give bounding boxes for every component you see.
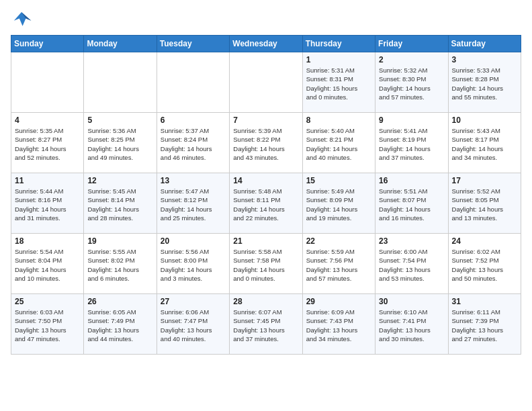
day-number: 2 <box>379 55 444 64</box>
calendar-cell: 4Sunrise: 5:35 AM Sunset: 8:27 PM Daylig… <box>11 113 84 173</box>
day-number: 14 <box>233 176 298 185</box>
calendar-cell: 2Sunrise: 5:32 AM Sunset: 8:30 PM Daylig… <box>375 52 448 113</box>
day-number: 24 <box>452 236 517 246</box>
calendar-table: SundayMondayTuesdayWednesdayThursdayFrid… <box>11 35 521 355</box>
calendar-cell: 12Sunrise: 5:45 AM Sunset: 8:14 PM Dayli… <box>84 173 157 234</box>
calendar-cell: 16Sunrise: 5:51 AM Sunset: 8:07 PM Dayli… <box>375 173 448 234</box>
day-info: Sunrise: 5:48 AM Sunset: 8:11 PM Dayligh… <box>233 187 298 222</box>
day-info: Sunrise: 5:40 AM Sunset: 8:21 PM Dayligh… <box>306 126 371 162</box>
day-number: 12 <box>87 176 152 185</box>
day-number: 13 <box>161 176 226 185</box>
day-info: Sunrise: 5:39 AM Sunset: 8:22 PM Dayligh… <box>233 126 298 162</box>
calendar-cell <box>11 52 84 113</box>
calendar-cell: 10Sunrise: 5:43 AM Sunset: 8:17 PM Dayli… <box>448 113 521 173</box>
calendar-cell: 31Sunrise: 6:11 AM Sunset: 7:39 PM Dayli… <box>448 294 521 355</box>
calendar-cell: 29Sunrise: 6:09 AM Sunset: 7:43 PM Dayli… <box>302 294 375 355</box>
calendar-cell: 28Sunrise: 6:07 AM Sunset: 7:45 PM Dayli… <box>230 294 302 355</box>
day-number: 11 <box>15 176 80 185</box>
day-info: Sunrise: 6:05 AM Sunset: 7:49 PM Dayligh… <box>87 308 152 343</box>
day-info: Sunrise: 5:59 AM Sunset: 7:56 PM Dayligh… <box>306 247 371 283</box>
day-number: 8 <box>306 116 371 125</box>
day-number: 18 <box>15 236 80 246</box>
calendar-cell: 7Sunrise: 5:39 AM Sunset: 8:22 PM Daylig… <box>230 113 302 173</box>
calendar-cell: 21Sunrise: 5:58 AM Sunset: 7:58 PM Dayli… <box>230 234 302 294</box>
calendar-cell <box>230 52 302 113</box>
day-info: Sunrise: 6:03 AM Sunset: 7:50 PM Dayligh… <box>15 308 80 343</box>
weekday-header-wednesday: Wednesday <box>230 36 302 52</box>
day-info: Sunrise: 5:56 AM Sunset: 8:00 PM Dayligh… <box>161 247 226 283</box>
logo-icon <box>11 11 32 30</box>
calendar-cell: 11Sunrise: 5:44 AM Sunset: 8:16 PM Dayli… <box>11 173 84 234</box>
calendar-cell: 30Sunrise: 6:10 AM Sunset: 7:41 PM Dayli… <box>375 294 448 355</box>
day-number: 28 <box>233 297 298 306</box>
page-header <box>11 11 521 30</box>
day-info: Sunrise: 5:41 AM Sunset: 8:19 PM Dayligh… <box>379 126 444 162</box>
day-number: 19 <box>87 236 152 246</box>
day-info: Sunrise: 5:47 AM Sunset: 8:12 PM Dayligh… <box>161 187 226 222</box>
calendar-cell: 1Sunrise: 5:31 AM Sunset: 8:31 PM Daylig… <box>302 52 375 113</box>
day-number: 1 <box>306 55 371 64</box>
day-info: Sunrise: 6:07 AM Sunset: 7:45 PM Dayligh… <box>233 308 298 343</box>
weekday-header-thursday: Thursday <box>302 36 375 52</box>
day-info: Sunrise: 5:43 AM Sunset: 8:17 PM Dayligh… <box>452 126 517 162</box>
calendar-cell: 20Sunrise: 5:56 AM Sunset: 8:00 PM Dayli… <box>157 234 229 294</box>
day-number: 16 <box>379 176 444 185</box>
day-info: Sunrise: 5:45 AM Sunset: 8:14 PM Dayligh… <box>87 187 152 222</box>
day-info: Sunrise: 5:58 AM Sunset: 7:58 PM Dayligh… <box>233 247 298 283</box>
day-number: 10 <box>452 116 517 125</box>
day-number: 9 <box>379 116 444 125</box>
calendar-cell <box>157 52 229 113</box>
day-info: Sunrise: 5:32 AM Sunset: 8:30 PM Dayligh… <box>379 66 444 101</box>
calendar-cell: 3Sunrise: 5:33 AM Sunset: 8:28 PM Daylig… <box>448 52 521 113</box>
weekday-header-monday: Monday <box>84 36 157 52</box>
day-number: 6 <box>161 116 226 125</box>
day-number: 15 <box>306 176 371 185</box>
day-info: Sunrise: 6:11 AM Sunset: 7:39 PM Dayligh… <box>452 308 517 343</box>
calendar-cell: 27Sunrise: 6:06 AM Sunset: 7:47 PM Dayli… <box>157 294 229 355</box>
day-number: 31 <box>452 297 517 306</box>
day-number: 29 <box>306 297 371 306</box>
weekday-header-friday: Friday <box>375 36 448 52</box>
day-number: 27 <box>161 297 226 306</box>
day-info: Sunrise: 5:33 AM Sunset: 8:28 PM Dayligh… <box>452 66 517 101</box>
calendar-cell: 24Sunrise: 6:02 AM Sunset: 7:52 PM Dayli… <box>448 234 521 294</box>
calendar-cell: 15Sunrise: 5:49 AM Sunset: 8:09 PM Dayli… <box>302 173 375 234</box>
calendar-cell: 18Sunrise: 5:54 AM Sunset: 8:04 PM Dayli… <box>11 234 84 294</box>
day-number: 5 <box>87 116 152 125</box>
weekday-header-tuesday: Tuesday <box>157 36 229 52</box>
weekday-header-sunday: Sunday <box>11 36 84 52</box>
day-number: 30 <box>379 297 444 306</box>
calendar-cell: 22Sunrise: 5:59 AM Sunset: 7:56 PM Dayli… <box>302 234 375 294</box>
day-info: Sunrise: 5:52 AM Sunset: 8:05 PM Dayligh… <box>452 187 517 222</box>
day-number: 25 <box>15 297 80 306</box>
day-number: 7 <box>233 116 298 125</box>
calendar-cell: 14Sunrise: 5:48 AM Sunset: 8:11 PM Dayli… <box>230 173 302 234</box>
day-info: Sunrise: 5:44 AM Sunset: 8:16 PM Dayligh… <box>15 187 80 222</box>
day-info: Sunrise: 6:02 AM Sunset: 7:52 PM Dayligh… <box>452 247 517 283</box>
calendar-cell: 13Sunrise: 5:47 AM Sunset: 8:12 PM Dayli… <box>157 173 229 234</box>
day-number: 26 <box>87 297 152 306</box>
calendar-cell: 6Sunrise: 5:37 AM Sunset: 8:24 PM Daylig… <box>157 113 229 173</box>
day-info: Sunrise: 5:49 AM Sunset: 8:09 PM Dayligh… <box>306 187 371 222</box>
day-info: Sunrise: 5:51 AM Sunset: 8:07 PM Dayligh… <box>379 187 444 222</box>
calendar-cell: 26Sunrise: 6:05 AM Sunset: 7:49 PM Dayli… <box>84 294 157 355</box>
day-info: Sunrise: 5:54 AM Sunset: 8:04 PM Dayligh… <box>15 247 80 283</box>
day-info: Sunrise: 5:37 AM Sunset: 8:24 PM Dayligh… <box>161 126 226 162</box>
day-info: Sunrise: 6:09 AM Sunset: 7:43 PM Dayligh… <box>306 308 371 343</box>
day-number: 4 <box>15 116 80 125</box>
day-number: 21 <box>233 236 298 246</box>
day-info: Sunrise: 5:36 AM Sunset: 8:25 PM Dayligh… <box>87 126 152 162</box>
day-info: Sunrise: 5:55 AM Sunset: 8:02 PM Dayligh… <box>87 247 152 283</box>
day-number: 20 <box>161 236 226 246</box>
weekday-header-saturday: Saturday <box>448 36 521 52</box>
day-number: 3 <box>452 55 517 64</box>
day-info: Sunrise: 6:06 AM Sunset: 7:47 PM Dayligh… <box>161 308 226 343</box>
calendar-cell <box>84 52 157 113</box>
day-number: 17 <box>452 176 517 185</box>
day-info: Sunrise: 5:31 AM Sunset: 8:31 PM Dayligh… <box>306 66 371 101</box>
calendar-cell: 5Sunrise: 5:36 AM Sunset: 8:25 PM Daylig… <box>84 113 157 173</box>
day-number: 23 <box>379 236 444 246</box>
logo <box>11 11 35 30</box>
calendar-cell: 8Sunrise: 5:40 AM Sunset: 8:21 PM Daylig… <box>302 113 375 173</box>
calendar-cell: 25Sunrise: 6:03 AM Sunset: 7:50 PM Dayli… <box>11 294 84 355</box>
